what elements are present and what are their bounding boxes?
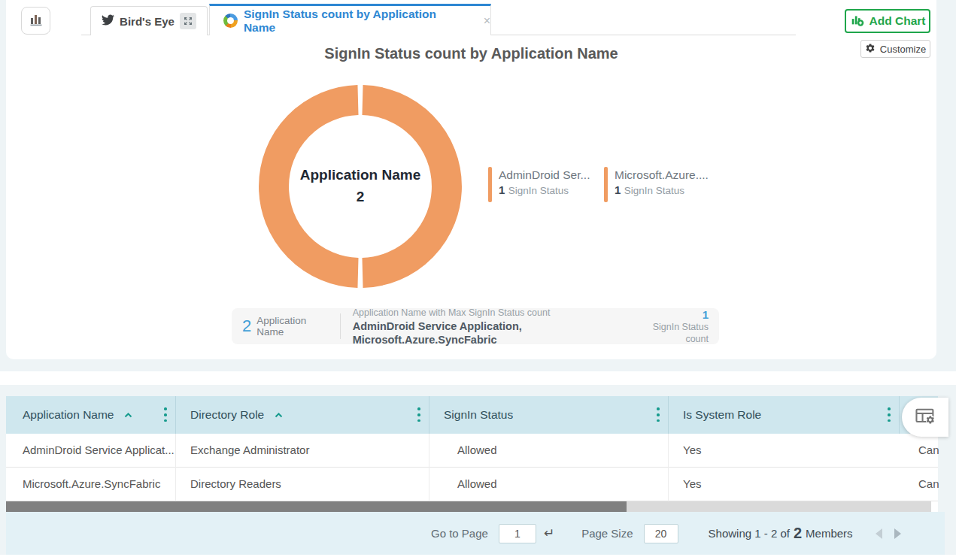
previous-page-icon[interactable]: [876, 528, 882, 539]
go-to-page-label: Go to Page: [431, 527, 488, 540]
summary-right-caption: SignIn Status count: [636, 321, 709, 345]
legend-metric: SignIn Status: [508, 185, 569, 196]
close-tab-icon[interactable]: ×: [484, 14, 490, 28]
add-chart-label: Add Chart: [870, 14, 926, 28]
cell-is-system-role: Yes: [683, 468, 701, 501]
horizontal-scrollbar-track[interactable]: [6, 501, 931, 512]
table-settings-icon: [914, 405, 936, 430]
return-arrow-icon: ↵: [544, 525, 554, 541]
cell-truncated: Can: [918, 468, 939, 501]
cell-signin-status: Allowed: [457, 468, 497, 501]
column-header-label: Is System Role: [683, 408, 761, 422]
legend-marker: [604, 167, 608, 202]
table-row[interactable]: AdminDroid Service Applicat... Exchange …: [6, 434, 938, 468]
legend-value: 1: [615, 183, 621, 196]
summary-divider: [340, 313, 341, 339]
table-row[interactable]: Microsoft.Azure.SyncFabric Directory Rea…: [6, 468, 938, 501]
active-tab-label: SignIn Status count by Application Name: [244, 8, 470, 35]
cell-truncated: Can: [918, 434, 939, 467]
column-header-label: Directory Role: [190, 408, 264, 422]
tab-birds-eye[interactable]: Bird's Eye: [90, 6, 208, 35]
legend-name: AdminDroid Ser...: [499, 167, 590, 183]
showing-summary: Showing 1 - 2 of 2 Members: [709, 525, 853, 542]
chart-title: SignIn Status count by Application Name: [6, 45, 936, 62]
bar-chart-icon: [28, 11, 44, 30]
table-header-row: Application Name Directory Role SignIn S…: [6, 396, 938, 434]
donut-center-label: Application Name 2: [255, 164, 466, 207]
legend-name: Microsoft.Azure....: [615, 167, 709, 183]
cell-directory-role: Exchange Administrator: [190, 434, 309, 467]
column-menu-icon[interactable]: [164, 406, 167, 424]
row-column-divider: [668, 434, 669, 501]
column-header-signin-status[interactable]: SignIn Status: [444, 396, 513, 434]
bird-icon: [102, 14, 114, 29]
go-to-page-input[interactable]: [499, 524, 536, 543]
page-size-label: Page Size: [581, 527, 633, 540]
cell-application-name: AdminDroid Service Applicat...: [23, 434, 175, 467]
sort-asc-icon[interactable]: [275, 413, 283, 418]
summary-max-caption: Application Name with Max SignIn Status …: [353, 307, 636, 319]
summary-max-value: AdminDroid Service Application, Microsof…: [353, 319, 636, 347]
chart-panel: Bird's Eye SignIn Status count by Applic…: [6, 0, 936, 359]
showing-suffix: Members: [806, 527, 853, 540]
chart-summary-bar: 2 Application Name Application Name with…: [232, 308, 719, 344]
cell-directory-role: Directory Readers: [190, 468, 281, 501]
legend-marker: [488, 167, 492, 202]
column-header-label: SignIn Status: [444, 408, 513, 422]
donut-chart-icon: [223, 14, 238, 28]
showing-prefix: Showing 1 - 2 of: [709, 527, 790, 540]
page-size-input[interactable]: [644, 524, 678, 543]
column-header-application-name[interactable]: Application Name: [23, 396, 132, 434]
cell-application-name: Microsoft.Azure.SyncFabric: [23, 468, 160, 501]
add-chart-button[interactable]: Add Chart: [845, 9, 930, 33]
tab-signin-status-count[interactable]: SignIn Status count by Application Name …: [209, 4, 491, 35]
tab-birds-eye-label: Bird's Eye: [120, 15, 175, 28]
column-header-directory-role[interactable]: Directory Role: [190, 396, 283, 434]
summary-count-label: Application Name: [256, 315, 328, 338]
legend-value: 1: [499, 183, 505, 196]
sort-asc-icon[interactable]: [124, 413, 132, 418]
column-header-label: Application Name: [23, 408, 114, 422]
next-page-icon[interactable]: [894, 528, 901, 539]
legend-metric: SignIn Status: [624, 185, 684, 196]
cell-is-system-role: Yes: [683, 434, 701, 467]
chart-list-button[interactable]: [21, 7, 50, 35]
column-divider: [668, 396, 669, 434]
cell-signin-status: Allowed: [457, 434, 497, 467]
column-menu-icon[interactable]: [888, 406, 891, 424]
table-footer: Go to Page ↵ Page Size Showing 1 - 2 of …: [6, 512, 945, 555]
add-chart-icon: [850, 12, 865, 30]
legend-item[interactable]: Microsoft.Azure.... 1 SignIn Status: [604, 167, 709, 202]
donut-center-text: Application Name: [255, 164, 466, 186]
column-divider: [175, 396, 176, 434]
column-menu-icon[interactable]: [417, 406, 420, 424]
section-gap: [0, 371, 956, 385]
row-column-divider: [429, 434, 429, 501]
expand-icon[interactable]: [180, 13, 196, 29]
column-settings-button[interactable]: [902, 398, 948, 437]
legend-item[interactable]: AdminDroid Ser... 1 SignIn Status: [488, 167, 590, 202]
column-menu-icon[interactable]: [657, 406, 660, 424]
column-header-is-system-role[interactable]: Is System Role: [683, 396, 761, 434]
dashboard: Bird's Eye SignIn Status count by Applic…: [0, 0, 956, 560]
column-divider: [429, 396, 429, 434]
row-column-divider: [175, 434, 176, 501]
column-divider: [899, 396, 900, 434]
summary-right-value: 1: [636, 308, 709, 321]
page-bottom-strip: [0, 555, 956, 560]
horizontal-scrollbar-thumb[interactable]: [6, 501, 627, 512]
showing-total: 2: [794, 525, 802, 542]
donut-center-value: 2: [255, 186, 466, 207]
summary-count-value: 2: [242, 316, 251, 336]
